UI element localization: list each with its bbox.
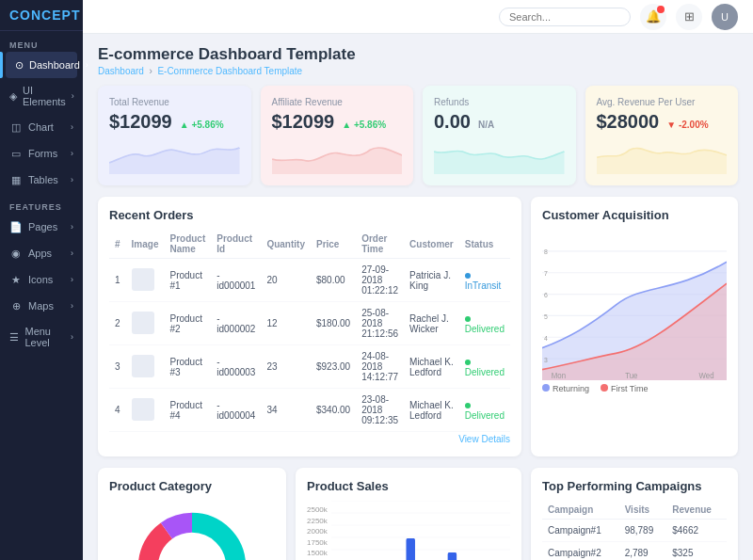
chevron-icon: › bbox=[72, 91, 74, 101]
avatar[interactable]: U bbox=[712, 4, 738, 30]
page-title: E-commerce Dashboard Template bbox=[98, 45, 738, 64]
sidebar-item-label: Tables bbox=[28, 174, 58, 185]
product-img bbox=[132, 312, 154, 334]
orders-card: Recent Orders #ImageProduct NameProduct … bbox=[98, 197, 521, 456]
chevron-icon: › bbox=[86, 60, 88, 70]
campaigns-title: Top Performing Campaigns bbox=[542, 479, 727, 493]
apps-icon: ◉ bbox=[9, 247, 23, 260]
chart-icon: ◫ bbox=[9, 120, 23, 134]
bar-segment bbox=[406, 538, 415, 560]
svg-text:3: 3 bbox=[544, 355, 548, 364]
donut-svg bbox=[109, 501, 275, 560]
chevron-icon: › bbox=[71, 222, 73, 232]
product-sales-card: Product Sales 0k 250k 500k 750k 1000k 12… bbox=[296, 468, 521, 560]
chevron-icon: › bbox=[71, 122, 73, 132]
svg-text:4: 4 bbox=[544, 333, 548, 343]
col-header: Image bbox=[126, 230, 165, 259]
col-header: Product Id bbox=[211, 230, 261, 259]
chevron-icon: › bbox=[71, 149, 73, 158]
sidebar: CONCEPT MENU ⊙ Dashboard › ◈ UI Elements… bbox=[0, 0, 83, 560]
page-content: E-commerce Dashboard Template Dashboard … bbox=[83, 34, 753, 560]
chevron-icon: › bbox=[71, 301, 73, 311]
product-img bbox=[132, 355, 154, 377]
campaign-row: Campaign#2 2,789 $325 bbox=[542, 542, 727, 561]
svg-text:6: 6 bbox=[544, 290, 548, 299]
stat-change: N/A bbox=[478, 120, 494, 130]
sidebar-item-apps[interactable]: ◉ Apps › bbox=[0, 240, 83, 266]
stat-change: ▲ +5.86% bbox=[342, 120, 386, 130]
main-area: 🔔 ⊞ U E-commerce Dashboard Template Dash… bbox=[83, 0, 753, 560]
view-details-container: View Details bbox=[109, 432, 510, 445]
view-details-link[interactable]: View Details bbox=[458, 434, 510, 444]
sidebar-item-label: Chart bbox=[28, 121, 54, 133]
campaigns-card: Top Performing Campaigns CampaignVisitsR… bbox=[531, 468, 738, 560]
sidebar-item-icons[interactable]: ★ Icons › bbox=[0, 266, 83, 293]
col-header: # bbox=[109, 230, 126, 259]
campaigns-table: CampaignVisitsRevenue Campaign#1 98,789 … bbox=[542, 501, 727, 560]
bell-button[interactable]: 🔔 bbox=[640, 4, 666, 30]
donut-chart bbox=[109, 501, 275, 560]
product-img bbox=[132, 268, 154, 291]
brand-logo: CONCEPT bbox=[0, 0, 83, 31]
col-header: Product Name bbox=[164, 230, 211, 259]
stat-card-2: Refunds 0.00 N/A bbox=[423, 86, 576, 185]
sidebar-item-pages[interactable]: 📄 Pages › bbox=[0, 214, 83, 240]
acquisition-legend: Returning First Time bbox=[542, 384, 727, 393]
mini-chart bbox=[434, 136, 565, 174]
acquisition-chart: Mon Tue Wed 8 7 6 5 4 3 bbox=[542, 230, 727, 380]
y-axis: 0k 250k 500k 750k 1000k 1250k 1500k 1750… bbox=[307, 501, 331, 560]
sidebar-item-maps[interactable]: ⊕ Maps › bbox=[0, 293, 83, 319]
mini-chart bbox=[109, 136, 240, 174]
stat-card-3: Avg. Revenue Per User $28000 ▼ -2.00% bbox=[585, 86, 739, 185]
sidebar-item-label: Apps bbox=[28, 248, 52, 259]
stats-grid: Total Revenue $12099 ▲ +5.86% Affiliate … bbox=[98, 86, 738, 185]
stat-label: Total Revenue bbox=[109, 97, 240, 107]
col-header: Quantity bbox=[261, 230, 311, 259]
campaign-col-header: Campaign bbox=[542, 501, 619, 520]
features-section-label: FEATURES bbox=[0, 197, 83, 214]
orders-title: Recent Orders bbox=[109, 208, 510, 222]
menu-level-icon: ☰ bbox=[9, 330, 19, 344]
main-grid: Recent Orders #ImageProduct NameProduct … bbox=[98, 197, 738, 456]
col-header: Price bbox=[311, 230, 356, 259]
breadcrumb-current: E-Commerce Dashboard Template bbox=[157, 66, 302, 76]
sidebar-item-menu-level[interactable]: ☰ Menu Level › bbox=[0, 319, 83, 355]
sidebar-item-label: Menu Level bbox=[24, 326, 65, 348]
legend-returning: Returning bbox=[542, 384, 589, 393]
breadcrumb-home: Dashboard bbox=[98, 66, 144, 76]
bar-chart-container: 0k 250k 500k 750k 1000k 1250k 1500k 1750… bbox=[307, 501, 510, 560]
bar-chart-svg: Q1Q2Q3Q4 bbox=[331, 501, 510, 560]
breadcrumb: Dashboard › E-Commerce Dashboard Templat… bbox=[98, 66, 738, 76]
svg-text:5: 5 bbox=[544, 312, 548, 321]
stat-value: 0.00 bbox=[434, 111, 471, 133]
ui-elements-icon: ◈ bbox=[9, 89, 17, 103]
stat-change: ▼ -2.00% bbox=[666, 120, 708, 130]
sidebar-item-ui-elements[interactable]: ◈ UI Elements › bbox=[0, 78, 83, 114]
bar-chart-area: Q1Q2Q3Q4 bbox=[331, 501, 510, 560]
acquisition-svg: Mon Tue Wed 8 7 6 5 4 3 bbox=[542, 230, 727, 380]
search-input[interactable] bbox=[499, 8, 631, 26]
chevron-icon: › bbox=[71, 248, 73, 258]
stat-label: Affiliate Revenue bbox=[272, 97, 403, 107]
table-row: 4 Product #4 -id000004 34 $340.00 23-08-… bbox=[109, 389, 510, 432]
sidebar-item-forms[interactable]: ▭ Forms › bbox=[0, 140, 83, 167]
tables-icon: ▦ bbox=[9, 173, 23, 186]
stat-value: $12099 bbox=[272, 111, 335, 133]
sidebar-item-dashboard[interactable]: ⊙ Dashboard › bbox=[6, 52, 77, 78]
mini-chart bbox=[597, 136, 728, 174]
grid-button[interactable]: ⊞ bbox=[676, 4, 702, 30]
table-row: 3 Product #3 -id000003 23 $923.00 24-08-… bbox=[109, 345, 510, 389]
stat-value: $28000 bbox=[597, 111, 660, 133]
stat-label: Avg. Revenue Per User bbox=[597, 97, 728, 107]
table-row: 1 Product #1 -id000001 20 $80.00 27-09-2… bbox=[109, 259, 510, 302]
stat-label: Refunds bbox=[434, 97, 565, 107]
col-header: Order Time bbox=[356, 230, 404, 259]
col-header: Status bbox=[459, 230, 510, 259]
sidebar-item-label: Dashboard bbox=[29, 59, 80, 71]
sidebar-item-label: Pages bbox=[28, 221, 57, 232]
forms-icon: ▭ bbox=[9, 147, 23, 160]
svg-text:7: 7 bbox=[544, 269, 548, 279]
mini-chart bbox=[272, 136, 403, 174]
sidebar-item-tables[interactable]: ▦ Tables › bbox=[0, 167, 83, 193]
sidebar-item-chart[interactable]: ◫ Chart › bbox=[0, 114, 83, 140]
